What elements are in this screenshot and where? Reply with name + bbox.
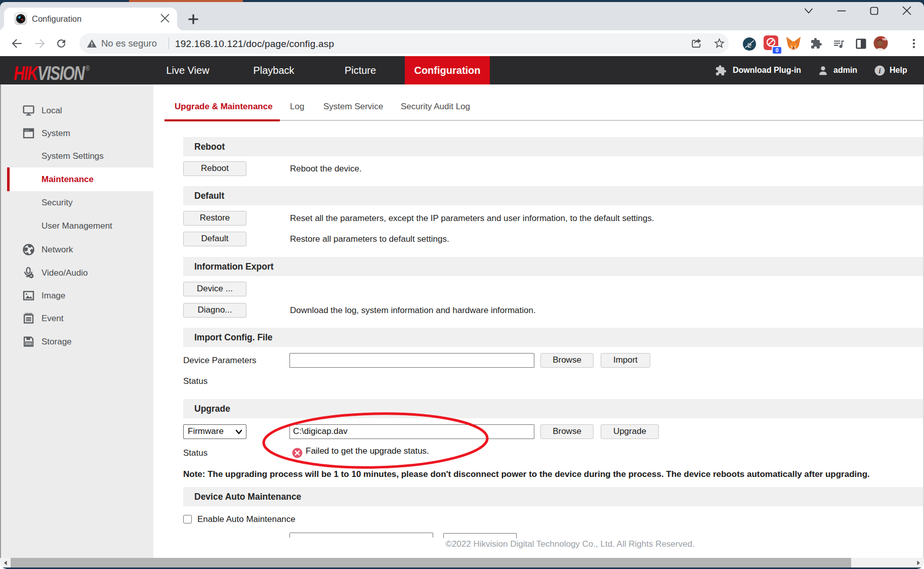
section-auto-maintenance: Device Auto Maintenance (183, 487, 924, 506)
bookmark-star-icon[interactable] (713, 37, 726, 50)
sidebar-item-system[interactable]: System (1, 122, 154, 145)
device-export-button[interactable]: Device ... (183, 282, 246, 296)
sidebar-item-system-settings[interactable]: System Settings (1, 145, 154, 167)
hikvision-logo: HIKVISION® (14, 50, 90, 86)
extension-adblock-icon[interactable]: 0 (764, 35, 778, 50)
nav-live-view[interactable]: Live View (154, 56, 221, 84)
window-maximize-icon[interactable] (870, 7, 879, 16)
sidebar-item-label: Network (41, 238, 73, 261)
window-icon (22, 127, 35, 140)
device-parameters-input[interactable] (289, 353, 534, 368)
logo-registered-mark: ® (86, 64, 90, 72)
not-secure-warning-icon[interactable] (87, 38, 97, 49)
new-tab-button[interactable] (187, 13, 199, 25)
window-corner-br (918, 563, 924, 569)
auto-maintenance-field-2[interactable] (443, 533, 517, 538)
extensions-puzzle-icon[interactable] (810, 37, 822, 50)
section-information-export: Information Export (183, 257, 924, 276)
sidebar-item-label: Security (41, 191, 72, 214)
user-name[interactable]: admin (833, 56, 857, 84)
restore-desc: Reset all the parameters, except the IP … (290, 211, 654, 226)
restore-button[interactable]: Restore (183, 211, 246, 226)
address-bar[interactable]: No es seguro 192.168.10.121/doc/page/con… (79, 33, 729, 54)
sidebar: Local System System Settings Maintenance… (0, 84, 153, 558)
sidebar-item-label: System (41, 122, 70, 145)
sidebar-item-label: Maintenance (41, 168, 94, 191)
side-panel-icon[interactable] (855, 38, 867, 50)
enable-auto-maintenance-label: Enable Auto Maintenance (197, 512, 296, 527)
sidebar-item-video-audio[interactable]: Video/Audio (1, 261, 154, 284)
security-label[interactable]: No es seguro (101, 33, 157, 54)
help-link[interactable]: Help (890, 56, 907, 84)
sidebar-item-label: User Management (41, 214, 112, 237)
extension-badge: 0 (772, 46, 782, 55)
sidebar-item-image[interactable]: Image (1, 284, 154, 307)
back-icon[interactable] (11, 37, 23, 50)
tab-close-icon[interactable] (159, 12, 171, 24)
forward-icon[interactable] (34, 37, 46, 50)
reboot-desc: Reboot the device. (290, 161, 362, 176)
sidebar-item-local[interactable]: Local (1, 99, 154, 122)
download-plugin-link[interactable]: Download Plug-in (733, 56, 801, 84)
diagnose-desc: Download the log, system information and… (290, 303, 536, 318)
horizontal-scrollbar[interactable] (0, 558, 924, 567)
nav-playback[interactable]: Playback (241, 56, 306, 84)
sidebar-item-user-management[interactable]: User Management (1, 214, 154, 237)
image-icon (22, 289, 35, 302)
event-icon (22, 312, 35, 325)
reload-icon[interactable] (55, 37, 67, 50)
window-minimize-icon[interactable] (837, 7, 846, 15)
section-title: Upgrade (194, 399, 230, 418)
url-text[interactable]: 192.168.10.121/doc/page/config.asp (175, 33, 334, 54)
sidebar-item-storage[interactable]: Storage (1, 330, 154, 353)
browser-tab[interactable]: Configuration (4, 8, 177, 30)
sidebar-item-event[interactable]: Event (1, 307, 154, 330)
section-default: Default (183, 186, 924, 205)
browser-toolbar: No es seguro 192.168.10.121/doc/page/con… (0, 30, 924, 56)
select-chevron-icon (235, 429, 242, 435)
scrollbar-thumb[interactable] (11, 558, 851, 567)
window-menu-chevron-icon[interactable] (804, 7, 813, 15)
firmware-select[interactable]: Firmware (183, 424, 246, 439)
globe-icon (22, 243, 35, 256)
music-queue-icon[interactable] (832, 37, 845, 50)
tab-security-audit-log[interactable]: Security Audit Log (401, 95, 470, 118)
sidebar-item-label: Local (41, 99, 62, 122)
sidebar-item-network[interactable]: Network (1, 238, 154, 261)
nav-picture[interactable]: Picture (329, 56, 392, 84)
window-close-icon[interactable] (902, 6, 911, 15)
camera-favicon (15, 13, 27, 25)
active-indicator (7, 167, 10, 191)
section-title: Default (194, 186, 224, 205)
import-browse-button[interactable]: Browse (540, 353, 594, 368)
tab-upgrade-maintenance[interactable]: Upgrade & Maintenance (175, 95, 273, 118)
tab-system-service[interactable]: System Service (323, 95, 383, 118)
section-reboot: Reboot (183, 137, 924, 156)
nav-configuration[interactable]: Configuration (405, 56, 490, 84)
upgrade-browse-button[interactable]: Browse (540, 424, 594, 439)
logo-vision: VISION (37, 63, 84, 84)
storage-icon (22, 335, 35, 348)
import-button[interactable]: Import (601, 353, 650, 368)
sidebar-item-maintenance[interactable]: Maintenance (7, 167, 154, 191)
default-button[interactable]: Default (183, 232, 246, 246)
share-icon[interactable] (690, 37, 703, 50)
browser-menu-kebab-icon[interactable] (909, 37, 918, 50)
profile-avatar[interactable]: HI (873, 36, 888, 51)
extension-e-icon[interactable]: e (742, 37, 757, 51)
diagnose-button[interactable]: Diagno... (183, 303, 246, 318)
sidebar-item-label: Storage (41, 330, 72, 353)
enable-auto-maintenance-checkbox[interactable] (183, 515, 192, 523)
metamask-fox-icon[interactable] (786, 36, 801, 51)
main-content: Upgrade & Maintenance Log System Service… (153, 84, 924, 558)
auto-maintenance-field-1[interactable] (289, 533, 433, 538)
tab-title: Configuration (32, 8, 81, 30)
default-desc: Restore all parameters to default settin… (290, 232, 449, 246)
firmware-select-value: Firmware (188, 426, 224, 436)
browser-tab-strip: Configuration (0, 2, 924, 30)
upgrade-button[interactable]: Upgrade (601, 424, 659, 439)
reboot-button[interactable]: Reboot (183, 161, 246, 176)
sidebar-item-security[interactable]: Security (1, 191, 154, 214)
user-icon (817, 65, 829, 76)
tab-log[interactable]: Log (290, 95, 304, 118)
